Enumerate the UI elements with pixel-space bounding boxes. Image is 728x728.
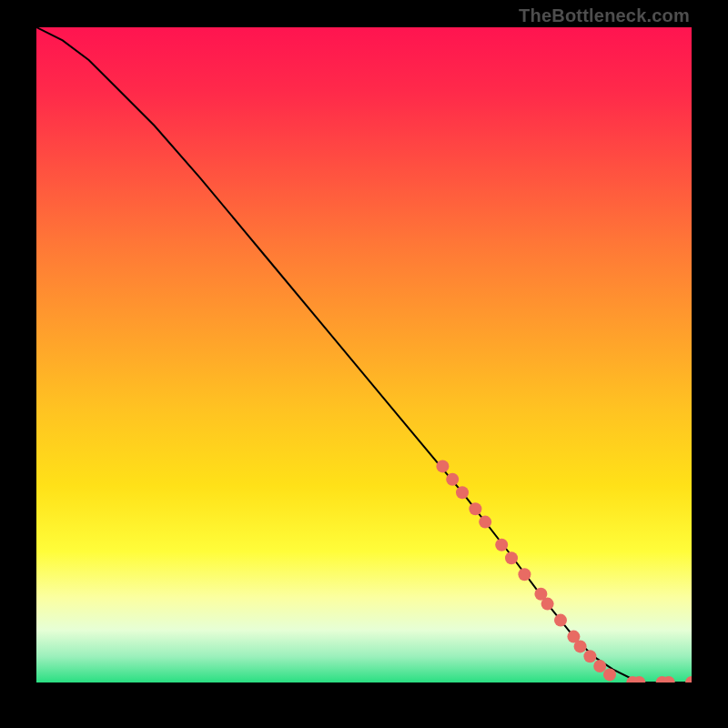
marker-point (436, 460, 449, 472)
attribution-label: TheBottleneck.com (519, 5, 690, 26)
marker-point (518, 568, 531, 581)
marker-point (456, 486, 469, 499)
marker-point (495, 539, 508, 551)
plot-overlay (36, 27, 692, 682)
marker-point (593, 660, 606, 672)
marker-point (583, 650, 596, 662)
chart-frame: TheBottleneck.com (0, 0, 728, 728)
marker-point (446, 473, 459, 486)
marker-point (554, 614, 567, 627)
marker-point (603, 668, 616, 681)
curve-line (36, 27, 692, 682)
marker-point (541, 598, 554, 611)
marker-point (574, 640, 587, 652)
marker-point (469, 502, 481, 515)
marker-point (479, 516, 491, 529)
marker-group (436, 460, 692, 682)
marker-point (505, 551, 518, 564)
plot-area (36, 27, 692, 682)
marker-point (685, 676, 692, 682)
